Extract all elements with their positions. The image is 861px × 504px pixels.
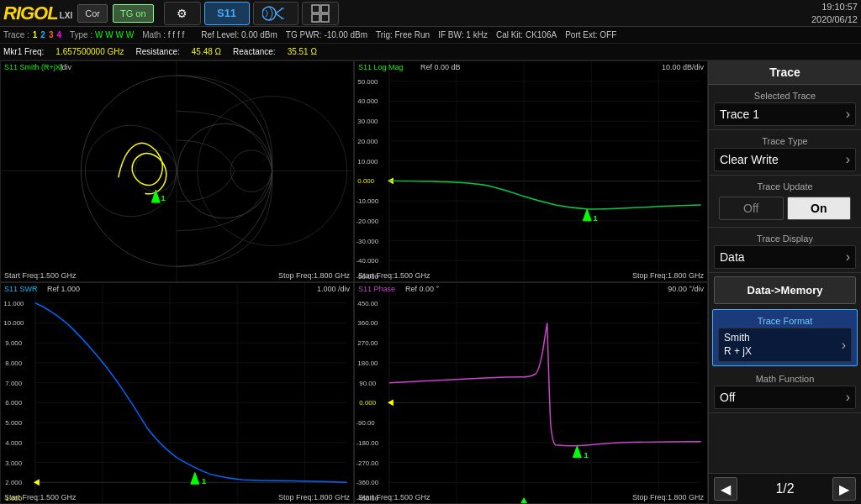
trig-info: Trig: Free Run xyxy=(376,30,430,39)
selected-trace-text: Trace 1 xyxy=(720,108,759,121)
svg-text:10.000: 10.000 xyxy=(3,319,24,327)
trace-update-off-btn[interactable]: Off xyxy=(719,197,784,220)
if-bw: IF BW: 1 kHz xyxy=(438,30,488,39)
tg-on-button[interactable]: TG on xyxy=(113,4,154,23)
top-bar: RIGOL LXI Cor TG on ⚙ S11 xyxy=(0,0,861,27)
selected-trace-label: Selected Trace xyxy=(714,88,856,102)
tg-pwr: TG PWR: -10.00 dBm xyxy=(286,30,367,39)
math-function-chevron: › xyxy=(846,390,850,405)
vna-button[interactable] xyxy=(253,2,298,25)
trace-type-row: Trace Type Clear Write › xyxy=(709,130,861,176)
center-icons: ⚙ S11 xyxy=(164,2,339,25)
resistance-value: 45.48 Ω xyxy=(192,47,221,56)
trace-update-on-btn[interactable]: On xyxy=(787,197,852,220)
svg-rect-8 xyxy=(321,14,329,22)
trace-update-label: Trace Update xyxy=(714,179,856,193)
math-function-value[interactable]: Off › xyxy=(714,386,856,409)
settings-icon-btn[interactable]: ⚙ xyxy=(164,2,201,25)
info-bar: Trace : 1 2 3 4 Type : W W W W Math : f … xyxy=(0,27,861,44)
svg-rect-6 xyxy=(321,5,329,13)
trace-format-value[interactable]: Smith R + jX › xyxy=(718,328,852,362)
swr-start: Start Freq:1.500 GHz xyxy=(4,493,77,501)
grid-icon-btn[interactable] xyxy=(302,2,339,25)
svg-rect-9 xyxy=(2,61,351,281)
log-mag-title: S11 Log Mag xyxy=(358,63,404,71)
svg-text:5.000: 5.000 xyxy=(5,419,22,427)
math-4: f xyxy=(182,30,184,39)
svg-text:-20.000: -20.000 xyxy=(356,218,378,225)
smith-chart-title: S11 Smith (R+jX) xyxy=(4,63,63,71)
svg-text:40.000: 40.000 xyxy=(357,97,378,105)
trace-update-row: Trace Update Off On xyxy=(709,176,861,228)
svg-rect-21 xyxy=(356,61,705,281)
trace-label: Trace : xyxy=(3,30,29,39)
bottom-nav: ◀ 1/2 ▶ xyxy=(709,473,861,504)
trace-3-num: 3 xyxy=(49,30,54,39)
trace-format-row: Trace Format Smith R + jX › xyxy=(712,309,858,366)
type-1: W xyxy=(95,30,103,39)
type-2: W xyxy=(105,30,113,39)
prev-page-button[interactable]: ◀ xyxy=(714,477,737,501)
next-page-button[interactable]: ▶ xyxy=(832,477,856,501)
main-content: S11 Smith (R+jX) /div xyxy=(0,60,861,504)
cor-button[interactable]: Cor xyxy=(77,4,108,23)
svg-text:1: 1 xyxy=(202,476,207,486)
svg-text:180.00: 180.00 xyxy=(357,360,378,367)
mkr1-freq-label: Mkr1 Freq: xyxy=(3,47,44,56)
grid-icon xyxy=(310,3,330,24)
swr-scale: 1.000 /div xyxy=(317,285,350,293)
trace-type-text: Clear Write xyxy=(720,153,779,166)
trace-labels: Trace : 1 2 3 4 xyxy=(3,30,61,39)
port-ext: Port Ext: OFF xyxy=(565,30,616,39)
page-number: 1/2 xyxy=(775,481,794,496)
trace-1-num: 1 xyxy=(33,30,38,39)
trace-display-row: Trace Display Data › xyxy=(709,228,861,273)
type-4: W xyxy=(126,30,134,39)
svg-text:0.000: 0.000 xyxy=(357,177,374,185)
log-mag-scale: 10.00 dB/div xyxy=(662,63,704,71)
svg-line-2 xyxy=(276,13,283,18)
svg-text:11.000: 11.000 xyxy=(3,300,24,307)
math-1: f xyxy=(168,30,171,39)
log-mag-chart: S11 Log Mag Ref 0.00 dB 10.00 dB/div xyxy=(354,60,708,282)
svg-rect-7 xyxy=(312,14,320,22)
reactance-value: 35.51 Ω xyxy=(288,47,317,56)
lxi-badge: LXI xyxy=(60,11,73,20)
svg-point-0 xyxy=(262,7,276,20)
trace-4-num: 4 xyxy=(56,30,61,39)
time-display: 19:10:57 xyxy=(811,1,858,13)
trace-display-text: Data xyxy=(720,250,745,264)
type-3: W xyxy=(116,30,124,39)
svg-rect-81 xyxy=(356,283,705,503)
charts-area: S11 Smith (R+jX) /div xyxy=(0,60,709,504)
svg-text:8.000: 8.000 xyxy=(5,360,22,367)
svg-text:450.00: 450.00 xyxy=(357,300,378,307)
panel-title: Trace xyxy=(709,60,861,85)
trace-display-value[interactable]: Data › xyxy=(714,245,856,269)
smith-chart-start: Start Freq:1.500 GHz xyxy=(4,271,77,280)
s11-button[interactable]: S11 xyxy=(204,2,250,25)
resistance-label: Resistance: xyxy=(136,47,180,56)
type-labels: Type : W W W W xyxy=(70,30,134,39)
svg-text:-90.00: -90.00 xyxy=(356,419,375,427)
trace-update-controls: Off On xyxy=(714,193,856,223)
svg-text:6.000: 6.000 xyxy=(5,399,22,407)
trace-type-label: Trace Type xyxy=(714,134,856,148)
svg-text:1: 1 xyxy=(593,213,598,223)
phase-svg: 450.00 360.00 270.00 180.00 90.00 0.000 … xyxy=(355,283,707,503)
math-label: Math : xyxy=(142,30,166,39)
log-mag-ref: Ref 0.00 dB xyxy=(420,63,461,71)
math-2: f xyxy=(172,30,175,39)
svg-text:-360.00: -360.00 xyxy=(356,479,378,486)
ref-level: Ref Level: 0.00 dBm xyxy=(201,30,277,39)
selected-trace-value[interactable]: Trace 1 › xyxy=(714,102,856,126)
svg-text:10.000: 10.000 xyxy=(357,158,378,165)
swr-chart: S11 SWR Ref 1.000 1.000 /div xyxy=(0,282,354,504)
svg-rect-5 xyxy=(312,5,320,13)
datetime: 19:10:57 2020/06/12 xyxy=(811,1,858,25)
data-memory-button[interactable]: Data->Memory xyxy=(714,276,856,304)
svg-text:360.00: 360.00 xyxy=(357,319,378,327)
svg-text:20.000: 20.000 xyxy=(357,138,378,145)
svg-rect-51 xyxy=(2,283,351,503)
trace-type-value[interactable]: Clear Write › xyxy=(714,148,856,171)
